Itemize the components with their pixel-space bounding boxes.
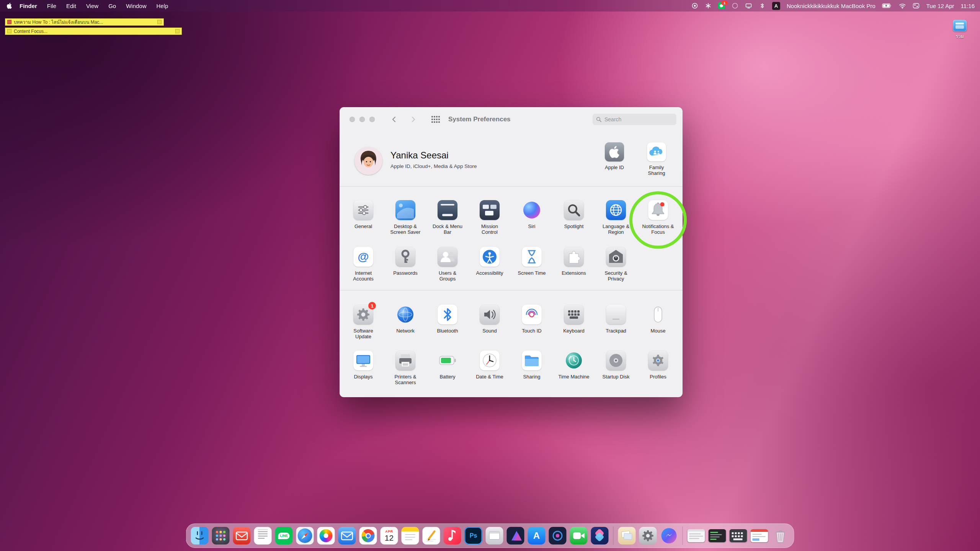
minimize-button[interactable] xyxy=(359,117,365,122)
dock-item-chrome[interactable] xyxy=(359,527,377,544)
pref-item-sound[interactable]: Sound xyxy=(469,305,511,339)
battery-icon[interactable] xyxy=(882,3,892,8)
dock-item-music[interactable] xyxy=(444,527,461,544)
forward-button[interactable] xyxy=(409,115,417,124)
pref-item-touch-id[interactable]: Touch ID xyxy=(511,305,553,339)
control-center-icon[interactable] xyxy=(913,2,920,9)
desktop-file-icon[interactable]: รวม xyxy=(951,20,969,40)
dock-item-line[interactable]: LINE xyxy=(275,527,293,544)
dock-item-photos[interactable] xyxy=(317,527,335,544)
dock-item-textedit[interactable] xyxy=(254,527,272,544)
sticky-collapse-icon[interactable] xyxy=(175,29,180,33)
screen-share-icon[interactable] xyxy=(732,2,738,9)
menu-bar-date[interactable]: Tue 12 Apr xyxy=(926,3,954,9)
dock-item-pages[interactable] xyxy=(423,527,440,544)
pref-item-software-update[interactable]: 1Software Update xyxy=(342,305,384,339)
pref-item-time-machine[interactable]: Time Machine xyxy=(553,350,595,385)
dock-item-preview[interactable] xyxy=(618,527,636,544)
pref-item-trackpad[interactable]: Trackpad xyxy=(595,305,637,339)
dock-item-window-manager[interactable] xyxy=(486,527,503,544)
menu-bar-time[interactable]: 11:16 xyxy=(961,3,975,9)
pref-item-passwords[interactable]: Passwords xyxy=(384,247,426,282)
dock-item-messenger[interactable] xyxy=(660,527,678,544)
dock-item-safari[interactable] xyxy=(296,527,314,544)
pref-item-profiles[interactable]: Profiles xyxy=(637,350,679,385)
pref-item-general[interactable]: General xyxy=(342,200,384,235)
pref-item-notifications-focus[interactable]: Notifications & Focus xyxy=(637,200,679,235)
pref-item-displays[interactable]: Displays xyxy=(342,350,384,385)
pref-item-screen-time[interactable]: Screen Time xyxy=(511,247,553,282)
close-button[interactable] xyxy=(350,117,355,122)
pref-item-accessibility[interactable]: Accessibility xyxy=(469,247,511,282)
pref-item-extensions[interactable]: Extensions xyxy=(553,247,595,282)
pref-item-security-privacy[interactable]: Security & Privacy xyxy=(595,247,637,282)
sticky-close-icon[interactable] xyxy=(7,29,11,33)
pref-item-siri[interactable]: Siri xyxy=(511,200,553,235)
sticky-close-icon[interactable] xyxy=(7,20,11,24)
apple-menu-icon[interactable] xyxy=(6,2,13,9)
dock-item-launchpad[interactable] xyxy=(212,527,230,544)
dock-item-trash[interactable] xyxy=(772,527,789,544)
pref-item-dock-menu-bar[interactable]: Dock & Menu Bar xyxy=(426,200,469,235)
pref-item-mission-control[interactable]: Mission Control xyxy=(469,200,511,235)
zoom-button[interactable] xyxy=(369,117,375,122)
pref-item-internet-accounts[interactable]: @Internet Accounts xyxy=(342,247,384,282)
pref-item-battery[interactable]: Battery xyxy=(426,350,469,385)
pref-item-keyboard[interactable]: Keyboard xyxy=(553,305,595,339)
dock-item-shortcuts[interactable] xyxy=(591,527,609,544)
pref-item-users-groups[interactable]: Users & Groups xyxy=(426,247,469,282)
screen-record-icon[interactable] xyxy=(691,2,698,9)
dock-item-notes[interactable] xyxy=(402,527,419,544)
pref-item-network[interactable]: Network xyxy=(384,305,426,339)
window-titlebar[interactable]: System Preferences xyxy=(340,107,683,132)
display-mirroring-icon[interactable] xyxy=(745,2,752,9)
dock-item-minimized-window-4[interactable] xyxy=(751,529,768,542)
back-button[interactable] xyxy=(390,115,399,124)
bluetooth-icon[interactable] xyxy=(759,2,766,9)
dock-item-minimized-window-3[interactable] xyxy=(730,529,747,542)
dock-item-facetime[interactable] xyxy=(570,527,588,544)
dock-item-affinity-designer[interactable] xyxy=(507,527,524,544)
pref-item-spotlight[interactable]: Spotlight xyxy=(553,200,595,235)
pref-item-date-time[interactable]: Date & Time xyxy=(469,350,511,385)
dock-item-photoshop[interactable]: Ps xyxy=(465,527,482,544)
dock-item-finder[interactable] xyxy=(191,527,209,544)
input-source-icon[interactable]: A xyxy=(772,2,780,10)
pref-item-printers-scanners[interactable]: Printers & Scanners xyxy=(384,350,426,385)
dock-item-minimized-window-2[interactable] xyxy=(709,529,726,542)
pref-item-language-region[interactable]: Language & Region xyxy=(595,200,637,235)
menu-edit[interactable]: Edit xyxy=(61,3,81,9)
account-shortcut-apple-id[interactable]: Apple ID xyxy=(593,142,635,176)
menu-view[interactable]: View xyxy=(81,3,103,9)
pref-item-desktop-screen-saver[interactable]: Desktop & Screen Saver xyxy=(384,200,426,235)
line-app-status-icon[interactable]: 1 xyxy=(718,2,725,9)
dock-item-affinity-photo[interactable] xyxy=(549,527,567,544)
device-name[interactable]: Nooknickkikikkukkuk MacBook Pro xyxy=(787,3,875,9)
user-avatar[interactable] xyxy=(354,147,382,175)
pref-item-startup-disk[interactable]: Startup Disk xyxy=(595,350,637,385)
pref-item-sharing[interactable]: Sharing xyxy=(511,350,553,385)
dock-item-calendar[interactable]: APR12 xyxy=(381,527,398,544)
dock-item-minimized-window-1[interactable] xyxy=(688,529,705,542)
dock-item-app-store[interactable]: A xyxy=(528,527,546,544)
trackpad-icon xyxy=(606,305,626,324)
sticky-window-1[interactable]: บทความ How To : ไลน์ไม่แจ้งเตือนบน Mac..… xyxy=(5,18,164,26)
menu-file[interactable]: File xyxy=(42,3,61,9)
pref-item-bluetooth[interactable]: Bluetooth xyxy=(426,305,469,339)
search-field[interactable] xyxy=(593,114,676,125)
dock-item-mail-blue[interactable] xyxy=(338,527,356,544)
dock-item-system-preferences[interactable] xyxy=(639,527,657,544)
sticky-window-2[interactable]: Content Focus... xyxy=(5,28,182,35)
search-input[interactable] xyxy=(604,116,673,123)
wifi-icon[interactable] xyxy=(899,3,906,9)
settings-asterisk-icon[interactable] xyxy=(705,2,712,9)
sticky-collapse-icon[interactable] xyxy=(157,20,162,24)
menu-app-name[interactable]: Finder xyxy=(15,3,42,9)
dock-item-mail-red[interactable] xyxy=(233,527,251,544)
pref-item-mouse[interactable]: Mouse xyxy=(637,305,679,339)
menu-window[interactable]: Window xyxy=(121,3,151,9)
menu-go[interactable]: Go xyxy=(103,3,121,9)
account-shortcut-family-sharing[interactable]: Family Sharing xyxy=(635,142,678,176)
show-all-grid-icon[interactable] xyxy=(431,116,440,123)
menu-help[interactable]: Help xyxy=(152,3,173,9)
